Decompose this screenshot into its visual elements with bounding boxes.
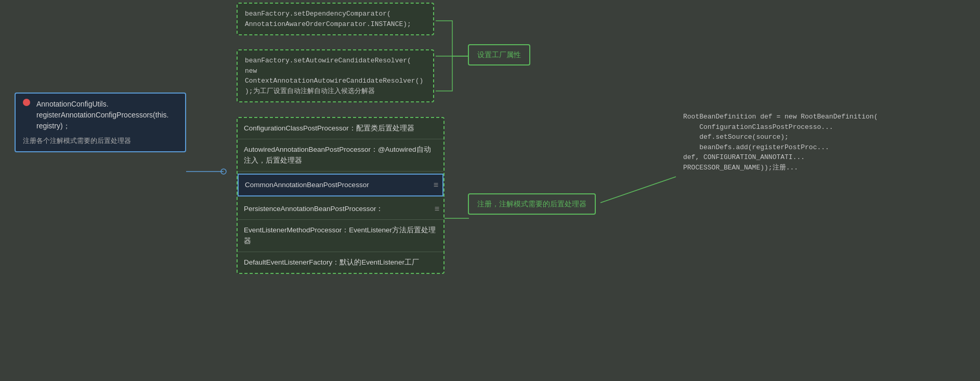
top-code-text: beanFactory.setDependencyComparator( Ann… (245, 9, 426, 29)
label-register-text: 注册，注解模式需要的后置处理器 (477, 200, 586, 208)
processors-container: ConfigurationClassPostProcessor：配置类后置处理器… (237, 117, 445, 274)
processor-config-class-text: ConfigurationClassPostProcessor：配置类后置处理器 (244, 124, 414, 132)
left-node-title-line2: registerAnnotationConfigProcessors(this. (36, 110, 168, 121)
processor-common[interactable]: CommonAnnotationBeanPostProcessor ≡ (238, 174, 443, 196)
processor-default-event: DefaultEventListenerFactory：默认的EventList… (238, 252, 443, 273)
processor-autowired-text: AutowiredAnnotationBeanPostProcessor：@Au… (244, 146, 431, 164)
top-code-block: beanFactory.setDependencyComparator( Ann… (237, 3, 434, 35)
breakpoint-icon (23, 99, 30, 106)
mid-code-block: beanFactory.setAutowireCandidateResolver… (237, 49, 434, 102)
svg-line-5 (600, 177, 676, 203)
left-node: AnnotationConfigUtils. registerAnnotatio… (15, 93, 186, 152)
menu-icon-common: ≡ (434, 179, 438, 191)
label-factory-text: 设置工厂属性 (477, 50, 521, 59)
processor-autowired: AutowiredAnnotationBeanPostProcessor：@Au… (238, 139, 443, 172)
processor-common-text: CommonAnnotationBeanPostProcessor (245, 181, 369, 189)
right-code-text: RootBeanDefinition def = new RootBeanDef… (683, 112, 970, 173)
menu-icon-persistence: ≡ (435, 203, 439, 215)
processor-persistence: PersistenceAnnotationBeanPostProcessor： … (238, 199, 443, 220)
right-code-block: RootBeanDefinition def = new RootBeanDef… (676, 107, 977, 178)
processor-event-listener-text: EventListenerMethodProcessor：EventListen… (244, 226, 436, 244)
svg-point-1 (221, 169, 226, 174)
processor-default-event-text: DefaultEventListenerFactory：默认的EventList… (244, 258, 419, 266)
left-node-title-line3: registry)； (36, 121, 168, 132)
processor-config-class: ConfigurationClassPostProcessor：配置类后置处理器 (238, 118, 443, 139)
label-factory: 设置工厂属性 (468, 44, 530, 65)
left-node-title-line1: AnnotationConfigUtils. (36, 99, 168, 110)
label-register: 注册，注解模式需要的后置处理器 (468, 193, 596, 215)
left-node-subtitle: 注册各个注解模式需要的后置处理器 (23, 136, 178, 146)
mid-code-text: beanFactory.setAutowireCandidateResolver… (245, 56, 426, 96)
processor-persistence-text: PersistenceAnnotationBeanPostProcessor： (244, 205, 383, 213)
processor-event-listener: EventListenerMethodProcessor：EventListen… (238, 220, 443, 252)
